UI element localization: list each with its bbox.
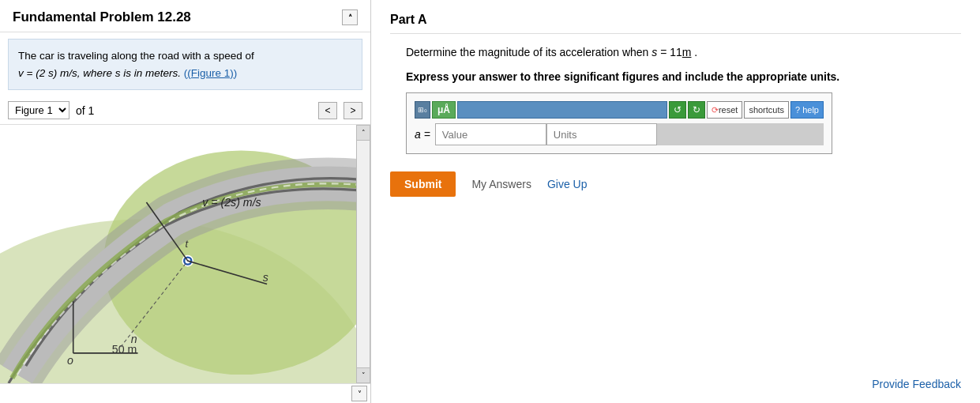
- problem-description: The car is traveling along the road with…: [8, 39, 362, 90]
- input-row: a =: [415, 123, 824, 145]
- svg-text:o: o: [67, 354, 73, 367]
- matrix-icon-button[interactable]: ⊞ ₀: [415, 101, 430, 119]
- figure-scrollbar: ˄ ˅: [356, 125, 370, 383]
- answer-box: ⊞ ₀ μÅ ↺ ↻ ⟳ reset shortcuts: [406, 92, 832, 154]
- svg-text:v = (2s) m/s: v = (2s) m/s: [202, 197, 261, 209]
- mu-button[interactable]: μÅ: [432, 101, 456, 119]
- provide-feedback-row: Provide Feedback: [390, 362, 961, 390]
- matrix-icon: ⊞: [418, 106, 424, 114]
- figure-illustration: t v = (2s) m/s 50 m n o s: [0, 125, 370, 383]
- figure-select[interactable]: Figure 1: [8, 101, 69, 119]
- figure-next-button[interactable]: >: [344, 102, 362, 119]
- help-button[interactable]: ? help: [790, 101, 824, 119]
- answer-gray-area: [657, 123, 824, 145]
- svg-text:n: n: [131, 333, 137, 345]
- my-answers-label: My Answers: [471, 178, 531, 190]
- shortcuts-label: shortcuts: [749, 105, 784, 115]
- redo-icon: ↻: [693, 104, 700, 115]
- express-instruction: Express your answer to three significant…: [390, 70, 961, 83]
- help-label: ? help: [795, 105, 819, 115]
- undo-button[interactable]: ↺: [669, 101, 686, 119]
- toolbar-row: ⊞ ₀ μÅ ↺ ↻ ⟳ reset shortcuts: [415, 101, 824, 119]
- reset-label: reset: [719, 105, 738, 115]
- question-text: Determine the magnitude of its accelerat…: [390, 43, 961, 61]
- mu-label: μÅ: [437, 104, 450, 115]
- figure-scroll-track: [356, 141, 370, 367]
- problem-header: Fundamental Problem 12.28 ˄: [0, 0, 370, 32]
- figure-controls: Figure 1 of 1 < >: [0, 96, 370, 125]
- scroll-down-button[interactable]: ˅: [351, 386, 367, 401]
- undo-icon: ↺: [674, 104, 681, 115]
- shortcuts-button[interactable]: shortcuts: [744, 101, 789, 119]
- figure-of-label: of 1: [76, 104, 94, 117]
- scroll-up-button[interactable]: ˄: [342, 9, 358, 25]
- problem-desc-formula: v = (2 s) m/s, where s is in meters.: [18, 67, 184, 79]
- redo-button[interactable]: ↻: [688, 101, 705, 119]
- part-label: Part A: [390, 13, 961, 34]
- figure-scroll-down[interactable]: ˅: [356, 367, 370, 383]
- action-row: Submit My Answers Give Up: [390, 171, 961, 197]
- figure-scroll-up[interactable]: ˄: [356, 125, 370, 141]
- figure-area: t v = (2s) m/s 50 m n o s ˄ ˅: [0, 125, 370, 383]
- figure-link[interactable]: ((Figure 1)): [184, 67, 238, 79]
- input-toolbar-area: [457, 101, 667, 119]
- figure-prev-button[interactable]: <: [318, 102, 337, 119]
- problem-title: Fundamental Problem 12.28: [13, 9, 191, 25]
- a-label: a =: [415, 128, 430, 141]
- svg-text:s: s: [263, 271, 268, 284]
- provide-feedback-link[interactable]: Provide Feedback: [872, 378, 961, 390]
- reset-circle-icon: ⟳: [712, 105, 719, 115]
- units-input[interactable]: [546, 123, 657, 145]
- right-panel: Part A Determine the magnitude of its ac…: [371, 0, 980, 403]
- give-up-link[interactable]: Give Up: [547, 178, 588, 190]
- submit-button[interactable]: Submit: [390, 171, 456, 197]
- left-panel: Fundamental Problem 12.28 ˄ The car is t…: [0, 0, 371, 403]
- matrix-label: ₀: [424, 106, 427, 114]
- bottom-scroll-area: ˅: [0, 383, 370, 403]
- value-input[interactable]: [435, 123, 546, 145]
- problem-desc-line1: The car is traveling along the road with…: [18, 50, 254, 62]
- reset-button[interactable]: ⟳ reset: [707, 101, 742, 119]
